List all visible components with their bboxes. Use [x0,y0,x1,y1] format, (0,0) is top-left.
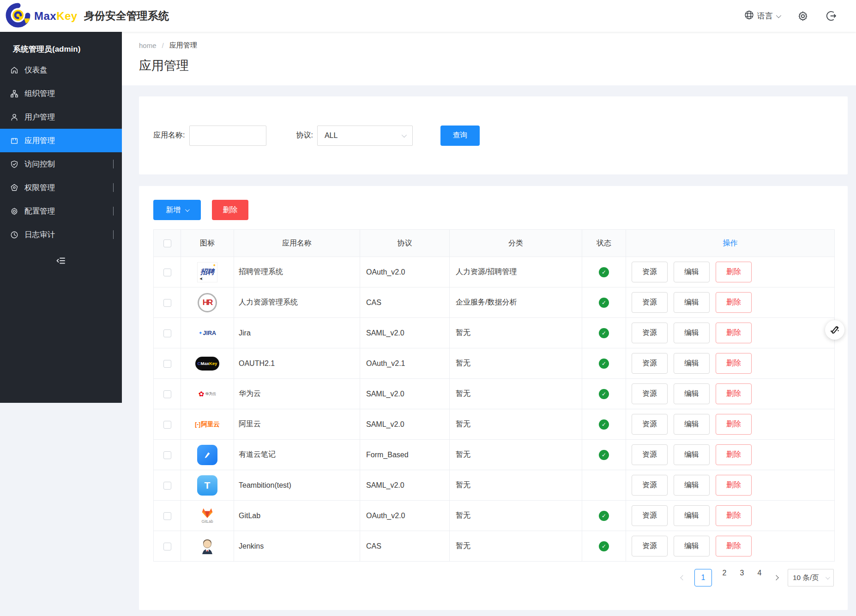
row-checkbox[interactable] [163,543,171,550]
settings-button[interactable] [797,11,808,22]
pagination-page-4[interactable]: 4 [754,569,765,586]
sidebar-item-1[interactable]: 组织管理 [0,82,122,105]
language-selector[interactable]: 语言 [744,10,780,22]
maxkey-logo-icon [6,3,30,30]
edit-button[interactable]: 编辑 [674,444,710,465]
row-checkbox[interactable] [163,451,171,459]
edit-button[interactable]: 编辑 [674,536,710,556]
page-header-block: home / 应用管理 应用管理 [122,32,856,85]
row-checkbox[interactable] [163,360,171,368]
row-delete-button[interactable]: 删除 [716,475,752,496]
sidebar-item-label: 日志审计 [24,230,55,240]
brand: MaxKey 身份安全管理系统 [6,3,169,30]
magic-wand-button[interactable] [825,320,844,340]
sidebar-item-4[interactable]: 访问控制 [0,152,122,176]
resource-button[interactable]: 资源 [632,353,668,374]
status-active-badge: ✓ [599,359,609,369]
chevron-down-icon [185,207,190,212]
gear-icon [10,207,18,215]
resource-button[interactable]: 资源 [632,323,668,343]
edit-button[interactable]: 编辑 [674,262,710,282]
row-checkbox[interactable] [163,390,171,398]
resource-button[interactable]: 资源 [632,536,668,556]
row-checkbox[interactable] [163,299,171,307]
row-delete-button[interactable]: 删除 [716,536,752,556]
chevron-down-icon [113,183,114,192]
resource-button[interactable]: 资源 [632,475,668,496]
protocol-select[interactable]: ALL [317,126,413,146]
page-size-select[interactable]: 10 条/页 [788,569,834,586]
row-delete-button[interactable]: 删除 [716,292,752,313]
resource-button[interactable]: 资源 [632,505,668,526]
gitlab-logo: GitLab [197,511,217,519]
edit-button[interactable]: 编辑 [674,414,710,435]
sidebar-item-2[interactable]: 用户管理 [0,105,122,129]
row-delete-button[interactable]: 删除 [716,383,752,404]
status-active-badge: ✓ [599,450,609,460]
edit-button[interactable]: 编辑 [674,353,710,374]
select-all-checkbox[interactable] [163,239,171,247]
row-delete-button[interactable]: 删除 [716,444,752,465]
table-toolbar: 新增 删除 [153,200,834,220]
logout-button[interactable] [826,11,837,21]
language-label: 语言 [757,11,773,21]
menu-fold-icon[interactable] [55,256,67,266]
column-header-protocol: 协议 [360,230,450,257]
pagination-page-2[interactable]: 2 [719,569,729,586]
add-button[interactable]: 新增 [153,200,201,220]
top-header: MaxKey 身份安全管理系统 语言 [0,0,856,32]
edit-button[interactable]: 编辑 [674,505,710,526]
protocol-cell: SAML_v2.0 [360,379,450,409]
edit-button[interactable]: 编辑 [674,292,710,313]
table-row-4: ✿华为云华为云SAML_v2.0暂无✓资源编辑删除 [154,379,835,409]
protocol-cell: Form_Based [360,440,450,470]
sidebar-item-label: 组织管理 [24,89,55,99]
app-name-cell: Jenkins [234,531,360,562]
row-delete-button[interactable]: 删除 [716,414,752,435]
table-row-1: HR人力资源管理系统CAS企业服务/数据分析✓资源编辑删除 [154,287,835,318]
row-delete-button[interactable]: 删除 [716,323,752,343]
sidebar-user-title: 系统管理员(admin) [0,44,122,58]
resource-button[interactable]: 资源 [632,262,668,282]
sidebar-item-0[interactable]: 仪表盘 [0,58,122,82]
edit-button[interactable]: 编辑 [674,323,710,343]
pagination-prev-button[interactable] [679,576,687,580]
sidebar-item-3[interactable]: 应用管理 [0,129,122,152]
edit-button[interactable]: 编辑 [674,383,710,404]
protocol-cell: CAS [360,531,450,562]
row-delete-button[interactable]: 删除 [716,505,752,526]
row-checkbox[interactable] [163,421,171,429]
row-delete-button[interactable]: 删除 [716,262,752,282]
pagination-next-button[interactable] [772,576,780,580]
product-title: 身份安全管理系统 [84,9,169,23]
row-checkbox[interactable] [163,512,171,520]
search-button[interactable]: 查询 [440,126,480,146]
resource-button[interactable]: 资源 [632,292,668,313]
resource-button[interactable]: 资源 [632,383,668,404]
edit-button[interactable]: 编辑 [674,475,710,496]
sidebar-item-5[interactable]: 权限管理 [0,176,122,199]
chevron-down-icon [776,12,781,18]
main-content: home / 应用管理 应用管理 应用名称: 协议: ALL 查询 新增 删除 [122,32,856,610]
resource-button[interactable]: 资源 [632,444,668,465]
breadcrumb-home-link[interactable]: home [139,42,157,49]
app-name-cell: Jira [234,318,360,348]
youdao-logo [197,450,217,458]
delete-button[interactable]: 删除 [212,200,248,220]
app-name-input[interactable] [189,126,266,146]
status-active-badge: ✓ [599,389,609,399]
row-delete-button[interactable]: 删除 [716,353,752,374]
status-active-badge: ✓ [599,328,609,338]
row-checkbox[interactable] [163,269,171,276]
sidebar-item-6[interactable]: 配置管理 [0,199,122,223]
pagination-page-1[interactable]: 1 [694,569,712,586]
column-header-status: 状态 [582,230,626,257]
zhaopin-logo: 招聘✦➤ [197,268,217,275]
sidebar-item-7[interactable]: 日志审计 [0,223,122,246]
pagination-page-3[interactable]: 3 [737,569,747,586]
row-checkbox[interactable] [163,329,171,337]
row-checkbox[interactable] [163,482,171,490]
resource-button[interactable]: 资源 [632,414,668,435]
status-active-badge: ✓ [599,298,609,308]
status-active-badge: ✓ [599,511,609,521]
